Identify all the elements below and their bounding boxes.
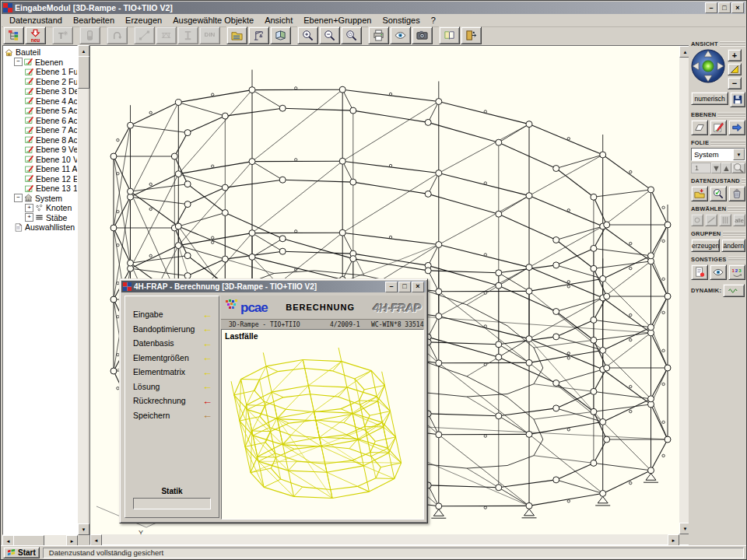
dialog-maximize-button[interactable]: □ [398, 282, 411, 292]
maximize-button[interactable]: □ [718, 2, 731, 13]
tree-item-system[interactable]: − System [14, 194, 77, 204]
window-titlebar[interactable]: EingabeModul [3D-Rampe - TIO+TIIO V2] – … [2, 2, 745, 14]
snapshot-button[interactable] [412, 26, 433, 44]
collapse-icon[interactable]: − [14, 194, 23, 202]
discard-state-button[interactable] [728, 186, 745, 201]
dialog-step-datenbasis[interactable]: Datenbasis← [125, 336, 219, 351]
exit-button[interactable] [461, 26, 482, 44]
start-button[interactable]: Start [3, 547, 40, 558]
folie-button[interactable] [691, 120, 708, 135]
renumber-button[interactable]: 123 [728, 264, 745, 280]
tree-item-ebene-1[interactable]: Ebene 1 Fun [25, 67, 77, 77]
numerisch-button[interactable]: numerisch [691, 92, 728, 105]
scroll-right-icon[interactable]: ► [668, 534, 679, 546]
search-icon [733, 163, 744, 173]
menu--[interactable]: ? [426, 15, 441, 26]
next-level-button[interactable] [728, 120, 745, 135]
tree-item-ebene-5[interactable]: Ebene 5 Ach [25, 106, 77, 116]
folder-in-icon [694, 188, 705, 199]
scroll-thumb[interactable] [78, 56, 89, 89]
manual-button[interactable] [439, 26, 460, 44]
view-rotate-control[interactable] [691, 49, 725, 83]
tree-item-ebene-4[interactable]: Ebene 4 Ach [25, 96, 77, 107]
tree-item-ebene-9[interactable]: Ebene 9 Ve [25, 145, 77, 155]
tree-item-bauteil[interactable]: Bauteil [5, 47, 77, 58]
header-stripe [717, 112, 745, 117]
snapshot-icon [416, 30, 428, 41]
zoom-window-button[interactable] [341, 26, 362, 44]
dialog-close-button[interactable]: × [412, 282, 424, 292]
save-state-button[interactable] [691, 186, 708, 201]
dialog-step-l-sung[interactable]: Lösung← [125, 380, 219, 394]
chevron-down-icon[interactable]: ▼ [733, 149, 745, 160]
neu-button[interactable]: neu [25, 26, 46, 44]
dialog-step-r-ckrechnung[interactable]: Rückrechnung← [125, 394, 219, 408]
tree-item-ebene-13[interactable]: Ebene 13 1O [25, 184, 77, 194]
dialog-titlebar[interactable]: 4H-FRAP - Berechnung [3D-Rampe - TIO+TII… [121, 281, 426, 292]
page-options-button[interactable] [691, 264, 708, 280]
tree-item-ebene-2[interactable]: Ebene 2 Fug [25, 77, 77, 87]
tree-horizontal-scrollbar[interactable]: ◄ ► [2, 535, 78, 545]
menu-erzeugen[interactable]: Erzeugen [120, 15, 167, 26]
tree-item-ebenen[interactable]: − Ebenen [14, 58, 77, 68]
expand-icon[interactable]: + [25, 213, 33, 222]
menu-datenzustand[interactable]: Datenzustand [4, 15, 68, 26]
menu-ausgew-hlte-objekte[interactable]: Ausgewählte Objekte [167, 15, 259, 26]
expand-icon[interactable]: + [25, 204, 33, 212]
tree-item-ebene-11[interactable]: Ebene 11 Aus [25, 164, 77, 174]
eye-icon [713, 267, 724, 278]
close-button[interactable]: × [731, 2, 744, 13]
tree-item-ebene-3[interactable]: Ebene 3 Dec [25, 86, 77, 96]
menu-bearbeiten[interactable]: Bearbeiten [68, 15, 120, 26]
gruppen-erzeugen-button[interactable]: erzeugen [691, 239, 720, 252]
tree-vertical-scrollbar[interactable]: ▲ ▼ [78, 45, 88, 535]
tree-item-ebene-10[interactable]: Ebene 10 Ve [25, 155, 77, 165]
project-tree[interactable]: Bauteil − Ebenen Ebene 1 FunEbene 2 FugE… [2, 45, 78, 535]
ebene-icon [25, 165, 34, 173]
dialog-step-elementmatrix[interactable]: Elementmatrix← [125, 365, 219, 380]
save-view-button[interactable] [730, 92, 745, 107]
tree-item-ebene-7[interactable]: Ebene 7 Ac [25, 125, 77, 135]
display-options-button[interactable] [710, 264, 727, 280]
tree-item-ebene-8[interactable]: Ebene 8 Ach [25, 135, 77, 145]
views-button[interactable] [270, 26, 291, 44]
dialog-step-speichern[interactable]: Speichern← [125, 408, 219, 423]
minimize-button[interactable]: – [705, 2, 717, 13]
measure-button[interactable] [248, 26, 269, 44]
display-options-button[interactable] [390, 26, 411, 44]
tree-item-knoten[interactable]: + Knoten [25, 203, 77, 213]
windows-logo-icon [7, 548, 18, 557]
scroll-down-icon[interactable]: ▼ [78, 523, 89, 535]
project-tree-button[interactable] [3, 26, 24, 44]
gruppen-aendern-button[interactable]: ändern [721, 239, 745, 252]
zoom-in-button[interactable] [297, 26, 318, 44]
dialog-minimize-button[interactable]: – [385, 282, 398, 292]
tree-item-staebe[interactable]: + Stäbe [25, 213, 77, 223]
menu-ansicht[interactable]: Ansicht [259, 15, 298, 26]
canvas-horizontal-scrollbar[interactable]: ◄ ► [90, 534, 679, 544]
edit-level-button[interactable] [710, 120, 727, 135]
check-state-button[interactable] [710, 186, 727, 201]
menu-sonstiges[interactable]: Sonstiges [377, 15, 425, 26]
perspective-button[interactable] [728, 63, 742, 75]
levels-folder-button[interactable] [226, 26, 247, 44]
print-button[interactable] [368, 26, 389, 44]
collapse-icon[interactable]: − [14, 58, 23, 66]
dialog-step-eingabe[interactable]: Eingabe← [125, 307, 219, 322]
dynamik-button[interactable] [723, 284, 745, 297]
zoom-minus-button[interactable]: − [728, 77, 742, 89]
zoom-plus-button[interactable]: + [728, 49, 742, 61]
tree-item-ebene-6[interactable]: Ebene 6 Ach [25, 116, 77, 126]
sonstiges-header: SONSTIGES [691, 256, 727, 263]
scroll-left-icon[interactable]: ◄ [90, 534, 102, 546]
tree-item-ebene-12[interactable]: Ebene 12 EG [25, 174, 77, 184]
scroll-up-icon[interactable]: ▲ [78, 45, 89, 57]
zoom-out-button[interactable] [319, 26, 340, 44]
dialog-step-elementgr-en[interactable]: Elementgrößen← [125, 351, 219, 366]
tree-item-auswahllisten[interactable]: Auswahllisten [14, 222, 77, 233]
lines-icon [720, 215, 731, 226]
folie-select[interactable]: System ▼ [691, 148, 745, 161]
pcae-logo-pixels [224, 299, 240, 316]
dialog-step-bandoptimierung[interactable]: Bandoptimierung← [125, 322, 219, 337]
menu-ebenen-gruppen[interactable]: Ebenen+Gruppen [298, 15, 377, 26]
